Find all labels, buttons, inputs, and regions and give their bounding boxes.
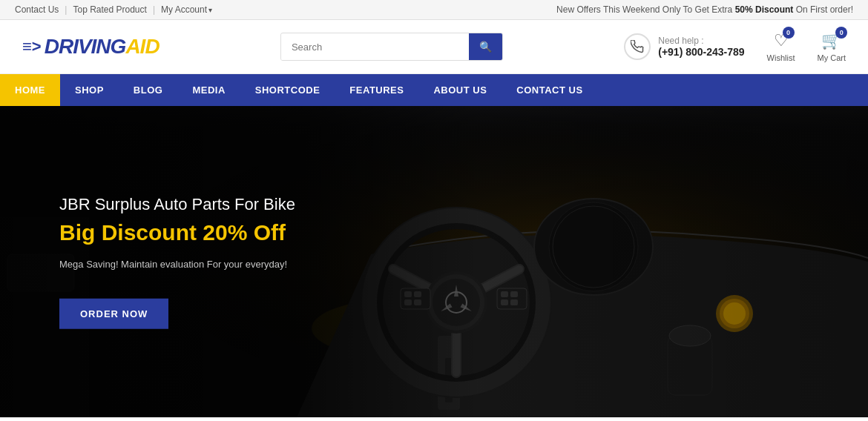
my-account-link[interactable]: My Account [161,4,207,15]
separator-2: | [153,4,155,15]
promo-highlight: 50% Discount [735,4,794,15]
logo[interactable]: ≡> DRIVING AID [22,35,160,59]
nav-shortcode[interactable]: SHORTCODE [240,74,335,106]
nav-about-us[interactable]: ABOUT US [418,74,502,106]
nav-shop[interactable]: SHOP [60,74,119,106]
nav-media[interactable]: MEDIA [177,74,240,106]
top-rated-link[interactable]: Top Rated Product [73,4,146,15]
top-bar-left: Contact Us | Top Rated Product | My Acco… [15,4,212,15]
search-icon: 🔍 [479,41,492,53]
cart-label: My Cart [818,53,846,62]
cart-button[interactable]: 🛒 0 My Cart [818,31,846,62]
dropdown-arrow-icon: ▾ [208,6,212,14]
helpline-text: Need help : (+91) 800-243-789 [658,36,744,58]
cart-icon: 🛒 0 [821,31,841,50]
my-account-dropdown[interactable]: My Account ▾ [161,4,212,15]
top-bar-right: New Offers This Weekend Only To Get Extr… [556,4,853,15]
header-right: Need help : (+91) 800-243-789 ♡ 0 Wishli… [624,31,846,62]
hero-subtitle: JBR Surplus Auto Parts For Bike [59,195,295,214]
logo-aid: AID [125,35,159,59]
search-input[interactable] [281,34,469,60]
search-button[interactable]: 🔍 [469,33,502,60]
helpline-label: Need help : [658,36,744,46]
heart-icon: ♡ 0 [774,31,789,50]
nav-blog[interactable]: BLOG [119,74,178,106]
search-bar: 🔍 [280,33,503,61]
helpline-number: (+91) 800-243-789 [658,46,744,58]
separator-1: | [65,4,67,15]
navbar: HOME SHOP BLOG MEDIA SHORTCODE FEATURES … [0,74,868,106]
promo-end: On First order! [793,4,853,15]
promo-text: New Offers This Weekend Only To Get Extr… [556,4,735,15]
nav-features[interactable]: FEATURES [335,74,418,106]
phone-icon [624,33,651,60]
wishlist-button[interactable]: ♡ 0 Wishlist [767,31,795,62]
top-bar: Contact Us | Top Rated Product | My Acco… [0,0,868,20]
hero-section: JBR Surplus Auto Parts For Bike Big Disc… [0,106,868,417]
order-now-button[interactable]: ORDER NOW [59,298,168,328]
logo-arrows-icon: ≡> [22,37,42,56]
contact-link[interactable]: Contact Us [15,4,59,15]
cart-badge: 0 [835,27,847,39]
wishlist-label: Wishlist [767,53,795,62]
wishlist-badge: 0 [783,27,795,39]
helpline: Need help : (+91) 800-243-789 [624,33,744,60]
hero-title: Big Discount 20% Off [59,220,295,245]
hero-description: Mega Saving! Maintain evaluation For you… [59,257,295,272]
hero-content: JBR Surplus Auto Parts For Bike Big Disc… [59,195,295,329]
header: ≡> DRIVING AID 🔍 Need help : (+91) 800-2… [0,20,868,74]
logo-driving: DRIVING [45,35,126,59]
nav-contact-us[interactable]: CONTACT US [502,74,597,106]
nav-home[interactable]: HOME [0,74,60,106]
